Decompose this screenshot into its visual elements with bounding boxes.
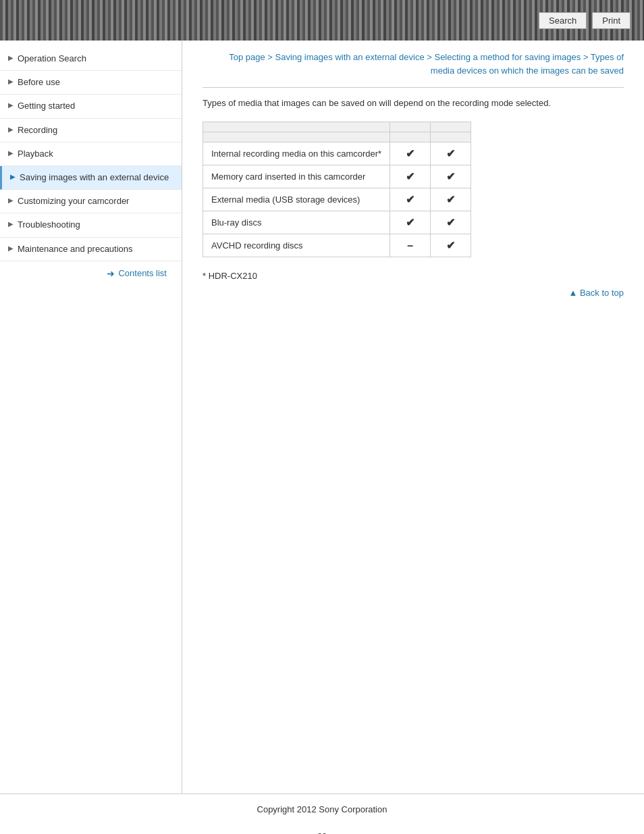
- page-description: Types of media that images can be saved …: [203, 98, 624, 108]
- sidebar-item-operation-search[interactable]: ▶ Operation Search: [0, 47, 182, 71]
- arrow-icon: ▶: [8, 244, 14, 252]
- breadcrumb-saving-images[interactable]: Saving images with an external device: [275, 52, 425, 62]
- content-divider: [203, 87, 624, 88]
- sidebar-item-maintenance[interactable]: ▶ Maintenance and precautions: [0, 238, 182, 261]
- media-table: Internal recording media on this camcord…: [203, 122, 471, 257]
- sidebar-item-label: Before use: [18, 76, 173, 88]
- back-to-top[interactable]: ▲ Back to top: [203, 288, 624, 298]
- breadcrumb-selecting[interactable]: Selecting a method for saving images: [434, 52, 581, 62]
- sidebar-item-saving-images[interactable]: ▶ Saving images with an external device: [0, 166, 182, 190]
- table-cell-label: Memory card inserted in this camcorder: [203, 165, 390, 188]
- sidebar-item-label: Customizing your camcorder: [18, 195, 173, 207]
- sidebar-item-label: Getting started: [18, 100, 173, 112]
- sidebar-item-troubleshooting[interactable]: ▶ Troubleshooting: [0, 213, 182, 237]
- sidebar-item-label: Playback: [18, 148, 173, 160]
- sidebar-item-before-use[interactable]: ▶ Before use: [0, 71, 182, 95]
- table-cell-label: Internal recording media on this camcord…: [203, 142, 390, 165]
- table-cell-label: External media (USB storage devices): [203, 188, 390, 211]
- main-layout: ▶ Operation Search ▶ Before use ▶ Gettin…: [0, 41, 644, 793]
- table-row: AVCHD recording discs – ✔: [203, 234, 471, 257]
- breadcrumb-separator: >: [267, 52, 275, 62]
- sidebar-item-label: Operation Search: [18, 53, 173, 65]
- sidebar: ▶ Operation Search ▶ Before use ▶ Gettin…: [0, 41, 182, 793]
- table-cell-col2: ✔: [431, 211, 471, 234]
- arrow-icon: ▶: [8, 101, 14, 109]
- table-cell-col2: ✔: [431, 188, 471, 211]
- breadcrumb: Top page > Saving images with an externa…: [203, 51, 624, 77]
- table-cell-col1: ✔: [390, 142, 431, 165]
- table-row: Internal recording media on this camcord…: [203, 142, 471, 165]
- arrow-icon: ▶: [10, 173, 16, 180]
- breadcrumb-top-page[interactable]: Top page: [229, 52, 265, 62]
- table-row: Memory card inserted in this camcorder ✔…: [203, 165, 471, 188]
- sidebar-item-label: Troubleshooting: [18, 219, 173, 231]
- arrow-right-icon: ➜: [107, 268, 115, 279]
- table-cell-col2: ✔: [431, 165, 471, 188]
- breadcrumb-separator: >: [427, 52, 434, 62]
- sidebar-item-label: Saving images with an external device: [20, 172, 173, 184]
- table-cell-col1: –: [390, 234, 431, 257]
- arrow-icon: ▶: [8, 149, 14, 157]
- table-header-col1: [390, 122, 431, 132]
- content-area: Top page > Saving images with an externa…: [182, 41, 644, 793]
- table-row: External media (USB storage devices) ✔ ✔: [203, 188, 471, 211]
- sidebar-item-playback[interactable]: ▶ Playback: [0, 142, 182, 166]
- table-cell-col1: ✔: [390, 211, 431, 234]
- sidebar-item-customizing[interactable]: ▶ Customizing your camcorder: [0, 190, 182, 213]
- sidebar-item-label: Recording: [18, 124, 173, 136]
- header-bar: Search Print: [0, 0, 644, 41]
- table-header-media: [203, 122, 390, 132]
- table-subheader-col1: [390, 132, 431, 142]
- table-subheader-col2: [431, 132, 471, 142]
- print-button[interactable]: Print: [592, 12, 630, 29]
- contents-list-link[interactable]: ➜ Contents list: [0, 261, 175, 286]
- table-cell-label: AVCHD recording discs: [203, 234, 390, 257]
- table-cell-col1: ✔: [390, 188, 431, 211]
- table-cell-col2: ✔: [431, 142, 471, 165]
- copyright-text: Copyright 2012 Sony Corporation: [257, 804, 387, 814]
- table-cell-col1: ✔: [390, 165, 431, 188]
- back-to-top-link[interactable]: ▲ Back to top: [568, 288, 624, 298]
- sidebar-item-recording[interactable]: ▶ Recording: [0, 119, 182, 142]
- table-row: Blu-ray discs ✔ ✔: [203, 211, 471, 234]
- contents-list-label: Contents list: [118, 268, 167, 278]
- table-subheader-media: [203, 132, 390, 142]
- table-header-col2: [431, 122, 471, 132]
- sidebar-item-label: Maintenance and precautions: [18, 243, 173, 255]
- arrow-icon: ▶: [8, 220, 14, 228]
- arrow-icon: ▶: [8, 78, 14, 85]
- sidebar-item-getting-started[interactable]: ▶ Getting started: [0, 95, 182, 118]
- breadcrumb-separator: >: [583, 52, 591, 62]
- table-cell-col2: ✔: [431, 234, 471, 257]
- arrow-icon: ▶: [8, 126, 14, 133]
- arrow-icon: ▶: [8, 197, 14, 204]
- page-number: 69: [0, 825, 644, 834]
- footnote: * HDR-CX210: [203, 271, 624, 281]
- footer: Copyright 2012 Sony Corporation: [0, 793, 644, 825]
- arrow-icon: ▶: [8, 54, 14, 61]
- table-cell-label: Blu-ray discs: [203, 211, 390, 234]
- search-button[interactable]: Search: [539, 12, 587, 29]
